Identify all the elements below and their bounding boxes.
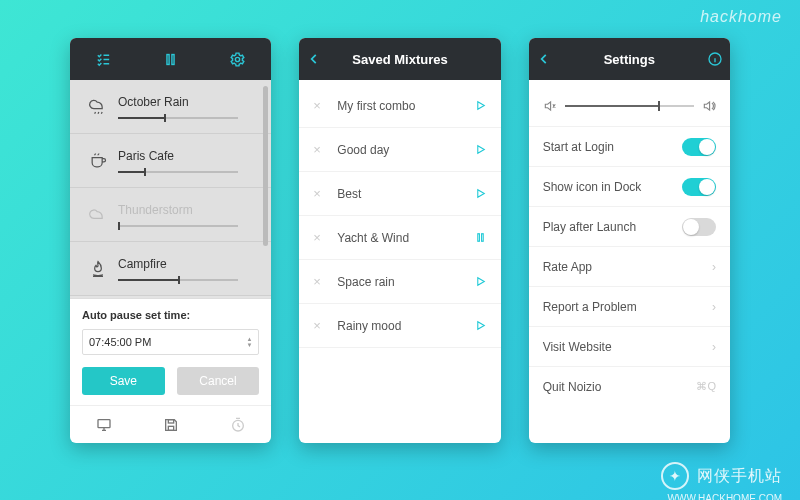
toggle-switch[interactable] [682,218,716,236]
mixture-name: Rainy mood [337,319,473,333]
pause-icon[interactable] [474,231,487,244]
sound-row[interactable]: October Rain [70,80,271,134]
sound-name: Paris Cafe [118,149,261,163]
svg-rect-3 [98,419,110,427]
chevron-right-icon: › [712,300,716,314]
mixture-list: ×My first combo×Good day×Best×Yacht & Wi… [299,80,500,352]
panel-mixtures: Saved Mixtures ×My first combo×Good day×… [299,38,500,443]
tab-settings-icon[interactable] [223,51,253,68]
mixture-name: Best [337,187,473,201]
toggle-switch[interactable] [682,178,716,196]
toggle-switch[interactable] [682,138,716,156]
timer-icon[interactable] [230,417,246,433]
sound-slider[interactable] [118,279,238,281]
time-input[interactable]: 07:45:00 PM ▲▼ [82,329,259,355]
watermark-top: hackhome [700,8,782,26]
sound-row[interactable]: Thunderstorm [70,188,271,242]
sound-row[interactable]: Paris Cafe [70,134,271,188]
play-icon[interactable] [474,319,487,332]
settings-row[interactable]: Show icon in Dock [529,166,730,206]
stepper-icon[interactable]: ▲▼ [246,337,252,348]
play-icon[interactable] [474,187,487,200]
settings-row[interactable]: Rate App› [529,246,730,286]
sound-row[interactable]: Campfire [70,242,271,296]
settings-body: Start at LoginShow icon in DockPlay afte… [529,80,730,412]
delete-icon[interactable]: × [313,186,327,201]
footer-tabbar [70,405,271,443]
info-icon[interactable] [700,51,730,67]
settings-label: Report a Problem [543,300,712,314]
shortcut-label: ⌘Q [696,380,716,393]
delete-icon[interactable]: × [313,230,327,245]
settings-row[interactable]: Play after Launch [529,206,730,246]
tabbar [70,38,271,80]
delete-icon[interactable]: × [313,318,327,333]
save-disk-icon[interactable] [163,417,179,433]
save-button[interactable]: Save [82,367,165,395]
play-icon[interactable] [474,99,487,112]
fire-icon [82,259,114,279]
svg-point-2 [236,57,240,61]
monitor-icon[interactable] [96,417,112,433]
mixture-name: My first combo [337,99,473,113]
cup-icon [82,151,114,171]
settings-row[interactable]: Report a Problem› [529,286,730,326]
settings-row[interactable]: Visit Website› [529,326,730,366]
mixture-row[interactable]: ×Rainy mood [299,304,500,348]
svg-rect-5 [168,419,173,422]
settings-label: Visit Website [543,340,712,354]
settings-row[interactable]: Quit Noizio⌘Q [529,366,730,406]
play-icon[interactable] [474,143,487,156]
mixture-row[interactable]: ×Best [299,172,500,216]
cancel-button[interactable]: Cancel [177,367,260,395]
settings-label: Show icon in Dock [543,180,682,194]
mixture-row[interactable]: ×My first combo [299,84,500,128]
scrollbar[interactable] [263,86,268,246]
mixture-name: Yacht & Wind [337,231,473,245]
svg-rect-1 [172,54,174,64]
watermark-logo-icon: ✦ [661,462,689,490]
delete-icon[interactable]: × [313,98,327,113]
mixture-row[interactable]: ×Yacht & Wind [299,216,500,260]
settings-title: Settings [559,52,700,67]
sound-name: October Rain [118,95,261,109]
volume-slider[interactable] [565,105,694,107]
panel-sounds: October RainParis CafeThunderstormCampfi… [70,38,271,443]
settings-label: Quit Noizio [543,380,697,394]
volume-row [529,86,730,126]
sound-slider[interactable] [118,117,238,119]
tab-list-icon[interactable] [89,51,119,68]
chevron-right-icon: › [712,260,716,274]
mixture-row[interactable]: ×Good day [299,128,500,172]
svg-rect-8 [481,234,483,242]
settings-row[interactable]: Start at Login [529,126,730,166]
delete-icon[interactable]: × [313,274,327,289]
mixture-name: Good day [337,143,473,157]
sound-slider[interactable] [118,225,238,227]
cloud-icon [82,205,114,225]
back-button[interactable] [529,52,559,66]
tab-pause-icon[interactable] [156,51,186,68]
settings-label: Play after Launch [543,220,682,234]
chevron-right-icon: › [712,340,716,354]
settings-label: Start at Login [543,140,682,154]
auto-pause-section: Auto pause set time: 07:45:00 PM ▲▼ Save… [70,298,271,405]
play-icon[interactable] [474,275,487,288]
sound-name: Thunderstorm [118,203,261,217]
delete-icon[interactable]: × [313,142,327,157]
sound-slider[interactable] [118,171,238,173]
cloud-rain-icon [82,97,114,117]
watermark-bottom: ✦ 网侠手机站 WWW.HACKHOME.COM [661,462,782,490]
back-button[interactable] [299,52,329,66]
svg-rect-4 [168,426,173,430]
mixture-row[interactable]: ×Space rain [299,260,500,304]
panel-settings: Settings Start at LoginShow icon in Dock… [529,38,730,443]
auto-pause-title: Auto pause set time: [82,309,259,321]
volume-mute-icon[interactable] [543,99,557,113]
mixture-name: Space rain [337,275,473,289]
svg-rect-7 [477,234,479,242]
volume-loud-icon[interactable] [702,99,716,113]
sound-list: October RainParis CafeThunderstormCampfi… [70,80,271,298]
settings-label: Rate App [543,260,712,274]
svg-rect-0 [167,54,169,64]
